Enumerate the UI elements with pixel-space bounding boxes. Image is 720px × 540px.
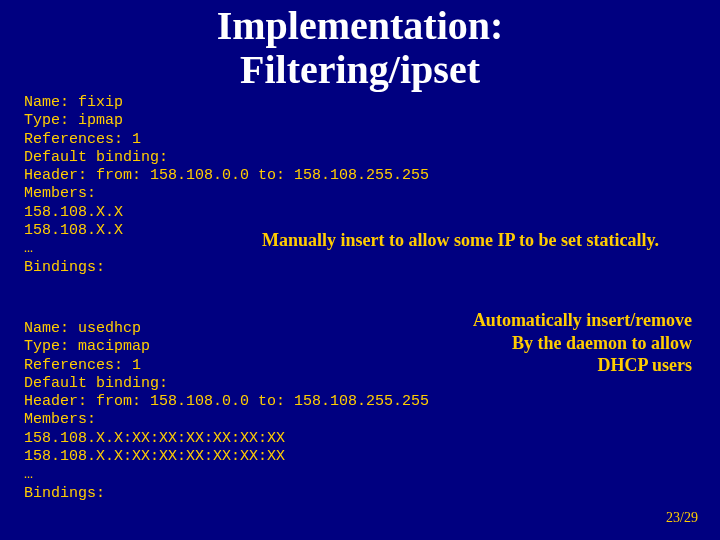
code-line: Name: usedhcp [24,320,141,337]
slide: Implementation: Filtering/ipset Name: fi… [0,0,720,540]
code-line: Header: from: 158.108.0.0 to: 158.108.25… [24,167,429,184]
caption-line: Automatically insert/remove [473,310,692,330]
code-line: Type: ipmap [24,112,123,129]
code-line: … [24,240,33,257]
code-line: Name: fixip [24,94,123,111]
page-number: 23/29 [666,510,698,526]
code-line: 158.108.X.X:XX:XX:XX:XX:XX:XX [24,430,285,447]
code-line: 158.108.X.X:XX:XX:XX:XX:XX:XX [24,448,285,465]
code-line: Default binding: [24,375,168,392]
code-line: Default binding: [24,149,168,166]
title-line-2: Filtering/ipset [240,47,480,92]
caption-line: DHCP users [598,355,693,375]
code-line: Members: [24,411,96,428]
code-line: 158.108.X.X [24,204,123,221]
code-line: References: 1 [24,131,141,148]
code-line: Members: [24,185,96,202]
code-line: Bindings: [24,485,105,502]
code-line: Bindings: [24,259,105,276]
title-line-1: Implementation: [217,3,504,48]
caption-manual-insert: Manually insert to allow some IP to be s… [262,230,659,251]
code-line: References: 1 [24,357,141,374]
code-line: … [24,466,33,483]
code-line: Header: from: 158.108.0.0 to: 158.108.25… [24,393,429,410]
caption-auto-insert: Automatically insert/remove By the daemo… [473,309,692,377]
slide-title: Implementation: Filtering/ipset [0,4,720,92]
code-line: Type: macipmap [24,338,150,355]
code-block-usedhcp: Name: usedhcp Type: macipmap References:… [24,320,429,503]
code-line: 158.108.X.X [24,222,123,239]
caption-line: By the daemon to allow [512,333,692,353]
